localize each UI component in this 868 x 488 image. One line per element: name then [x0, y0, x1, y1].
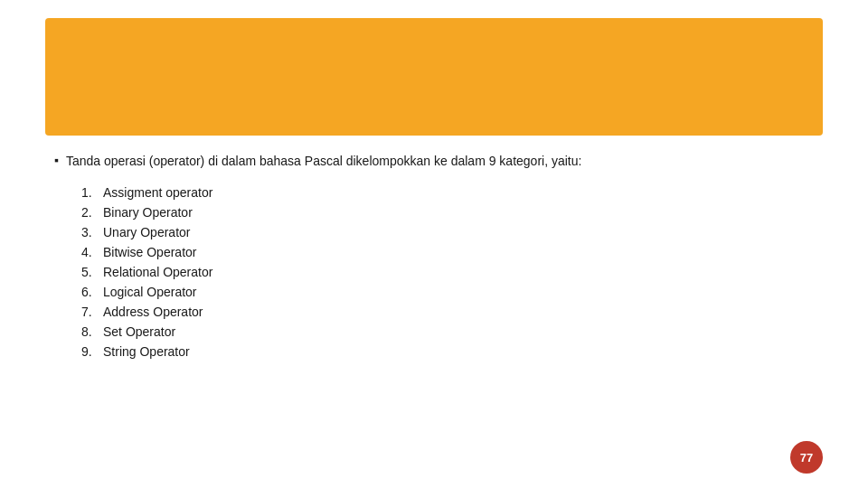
intro-bullet: ▪ Tanda operasi (operator) di dalam baha…: [54, 152, 814, 171]
list-item: 5.Relational Operator: [81, 265, 814, 279]
list-label: Assigment operator: [103, 185, 212, 200]
orange-banner: [45, 18, 823, 136]
list-number: 2.: [81, 205, 103, 220]
list-number: 8.: [81, 324, 103, 339]
list-label: Relational Operator: [103, 265, 212, 279]
list-item: 9.String Operator: [81, 344, 814, 359]
numbered-list: 1.Assigment operator2.Binary Operator3.U…: [81, 185, 814, 359]
list-item: 2.Binary Operator: [81, 205, 814, 220]
list-number: 3.: [81, 225, 103, 239]
list-number: 6.: [81, 285, 103, 299]
list-number: 4.: [81, 245, 103, 259]
page-number-badge: 77: [790, 441, 823, 474]
list-label: Binary Operator: [103, 205, 193, 220]
list-number: 7.: [81, 305, 103, 319]
operator-list: 1.Assigment operator2.Binary Operator3.U…: [81, 185, 814, 359]
list-item: 3.Unary Operator: [81, 225, 814, 239]
list-label: String Operator: [103, 344, 190, 359]
list-label: Bitwise Operator: [103, 245, 196, 259]
intro-text: Tanda operasi (operator) di dalam bahasa…: [66, 152, 581, 171]
list-item: 7.Address Operator: [81, 305, 814, 319]
bullet-symbol: ▪: [54, 153, 59, 167]
list-label: Logical Operator: [103, 285, 197, 299]
list-item: 4.Bitwise Operator: [81, 245, 814, 259]
list-number: 5.: [81, 265, 103, 279]
list-item: 8.Set Operator: [81, 324, 814, 339]
list-label: Set Operator: [103, 324, 175, 339]
list-number: 9.: [81, 344, 103, 359]
list-item: 6.Logical Operator: [81, 285, 814, 299]
content-area: ▪ Tanda operasi (operator) di dalam baha…: [45, 136, 823, 359]
list-label: Address Operator: [103, 305, 203, 319]
list-number: 1.: [81, 185, 103, 200]
list-item: 1.Assigment operator: [81, 185, 814, 200]
list-label: Unary Operator: [103, 225, 190, 239]
